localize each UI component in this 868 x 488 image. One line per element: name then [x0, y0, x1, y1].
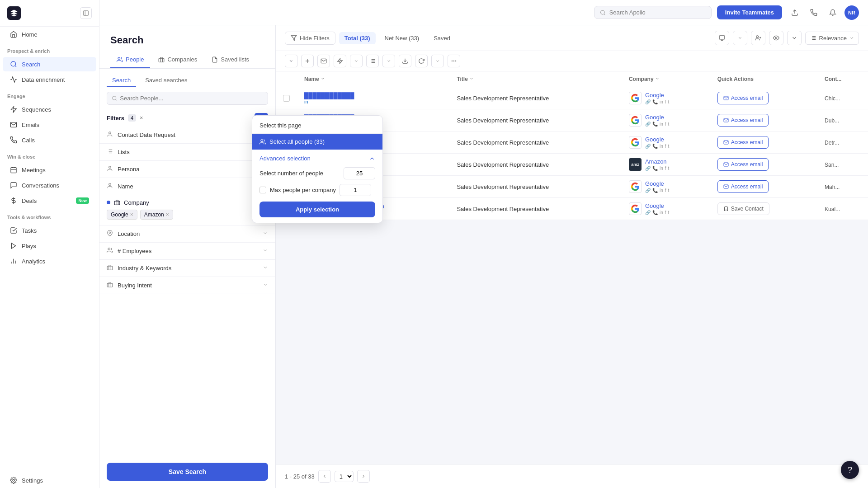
more-options-btn[interactable] [787, 31, 802, 45]
facebook-social-icon[interactable]: f [665, 210, 666, 215]
add-to-sequence-btn[interactable] [751, 31, 765, 45]
action-sort-more-btn[interactable] [382, 55, 395, 67]
link-icon[interactable]: 🔗 [645, 210, 651, 215]
action-sort-btn[interactable] [366, 55, 379, 67]
avatar[interactable]: NR [844, 5, 859, 20]
add-to-list-btn[interactable] [715, 31, 729, 45]
global-search-bar[interactable] [594, 6, 712, 19]
action-refresh-more-btn[interactable] [431, 55, 444, 67]
access-email-button[interactable]: Access email [717, 136, 769, 149]
filter-industry[interactable]: Industry & Keywords [99, 260, 275, 277]
action-add-btn[interactable] [301, 55, 314, 67]
remove-google-tag[interactable]: × [130, 211, 133, 218]
twitter-social-icon[interactable]: t [668, 99, 669, 104]
select-all-people-btn[interactable]: Select all people (33) [252, 134, 382, 150]
tab-people[interactable]: People [110, 52, 150, 68]
filter-buying-intent[interactable]: Buying Intent [99, 277, 275, 294]
filter-location[interactable]: Location [99, 225, 275, 243]
col-title[interactable]: Title [449, 71, 622, 87]
filter-name[interactable]: Name › [99, 178, 275, 195]
phone-icon-btn[interactable] [807, 5, 821, 20]
sidebar-item-search[interactable]: Search [3, 57, 96, 71]
action-sequence-btn[interactable] [334, 55, 346, 67]
max-people-input[interactable] [340, 184, 371, 196]
linkedin-social-icon[interactable]: in [660, 144, 663, 149]
sidebar-item-meetings[interactable]: Meetings [3, 163, 96, 177]
total-tab-button[interactable]: Total (33) [339, 32, 376, 44]
sidebar-item-tasks[interactable]: Tasks [3, 223, 96, 238]
linkedin-social-icon[interactable]: in [660, 210, 663, 215]
row-checkbox[interactable] [283, 95, 290, 102]
company-name-link[interactable]: Google [645, 136, 669, 143]
sub-tab-saved-searches[interactable]: Saved searches [140, 74, 193, 87]
select-number-input[interactable] [344, 167, 375, 179]
linkedin-social-icon[interactable]: in [660, 188, 663, 193]
sidebar-item-plays[interactable]: Plays [3, 239, 96, 253]
relevance-sort-btn[interactable]: Relevance [805, 32, 859, 45]
sidebar-toggle-btn[interactable] [80, 7, 92, 19]
access-email-button[interactable]: Access email [717, 114, 769, 127]
col-name[interactable]: Name [297, 71, 449, 87]
company-name-link[interactable]: Amazon [645, 158, 669, 165]
filter-clear-btn[interactable]: × [140, 115, 143, 121]
linkedin-social-icon[interactable]: in [660, 122, 663, 127]
sidebar-item-calls[interactable]: Calls [3, 133, 96, 147]
access-email-button[interactable]: Access email [717, 92, 769, 104]
twitter-social-icon[interactable]: t [668, 122, 669, 127]
help-button[interactable]: ? [841, 461, 859, 479]
filter-lists[interactable]: Lists › [99, 144, 275, 161]
link-icon[interactable]: 🔗 [645, 122, 651, 127]
prev-page-btn[interactable] [318, 470, 331, 483]
company-name-link[interactable]: Google [645, 202, 669, 209]
phone-social-icon[interactable]: 📞 [652, 166, 658, 171]
person-name-link[interactable]: ████████████ [304, 92, 442, 99]
linkedin-link[interactable]: in [304, 99, 442, 104]
action-download-btn[interactable] [399, 55, 411, 67]
save-contact-button[interactable]: Save Contact [717, 202, 769, 215]
linkedin-social-icon[interactable]: in [660, 166, 663, 171]
phone-social-icon[interactable]: 📞 [652, 99, 658, 104]
company-tag-amazon[interactable]: Amazon × [140, 210, 173, 220]
bell-icon-btn[interactable] [826, 5, 840, 20]
access-email-button[interactable]: Access email [717, 158, 769, 171]
saved-tab-button[interactable]: Saved [428, 32, 456, 44]
apply-selection-button[interactable]: Apply selection [259, 202, 375, 217]
link-icon[interactable]: 🔗 [645, 188, 651, 193]
linkedin-social-icon[interactable]: in [660, 99, 663, 104]
facebook-social-icon[interactable]: f [665, 99, 666, 104]
access-email-button[interactable]: Access email [717, 180, 769, 193]
people-search-input[interactable] [120, 95, 263, 102]
net-new-tab-button[interactable]: Net New (33) [379, 32, 425, 44]
twitter-social-icon[interactable]: t [668, 210, 669, 215]
link-icon[interactable]: 🔗 [645, 166, 651, 171]
twitter-social-icon[interactable]: t [668, 188, 669, 193]
save-search-button[interactable]: Save Search [107, 463, 268, 481]
filter-employees[interactable]: # Employees [99, 243, 275, 260]
app-logo[interactable] [7, 6, 21, 20]
sidebar-item-sequences[interactable]: Sequences [3, 102, 96, 117]
company-name-link[interactable]: Google [645, 180, 669, 187]
filter-company-header[interactable]: Company 2 [107, 199, 268, 206]
company-name-link[interactable]: Google [645, 114, 669, 121]
global-search-input[interactable] [609, 9, 706, 16]
sidebar-item-emails[interactable]: Emails [3, 117, 96, 132]
tab-saved-lists[interactable]: Saved lists [205, 52, 255, 68]
page-select-dropdown[interactable]: 1 2 [335, 471, 354, 482]
sidebar-item-settings[interactable]: Settings [3, 473, 96, 488]
people-search-bar[interactable] [107, 92, 268, 105]
link-icon[interactable]: 🔗 [645, 99, 651, 104]
view-options-btn[interactable] [769, 31, 783, 45]
sidebar-item-analytics[interactable]: Analytics [3, 254, 96, 268]
action-email-btn[interactable] [317, 55, 330, 67]
next-page-btn[interactable] [357, 470, 370, 483]
max-people-checkbox[interactable] [259, 187, 266, 193]
col-company[interactable]: Company [622, 71, 710, 87]
phone-social-icon[interactable]: 📞 [652, 122, 658, 127]
phone-social-icon[interactable]: 📞 [652, 210, 658, 215]
sidebar-item-data-enrichment[interactable]: Data enrichment [3, 72, 96, 87]
action-refresh-btn[interactable] [415, 55, 428, 67]
hide-filters-button[interactable]: Hide Filters [285, 32, 335, 45]
filter-persona[interactable]: Persona › [99, 161, 275, 178]
twitter-social-icon[interactable]: t [668, 166, 669, 171]
facebook-social-icon[interactable]: f [665, 122, 666, 127]
